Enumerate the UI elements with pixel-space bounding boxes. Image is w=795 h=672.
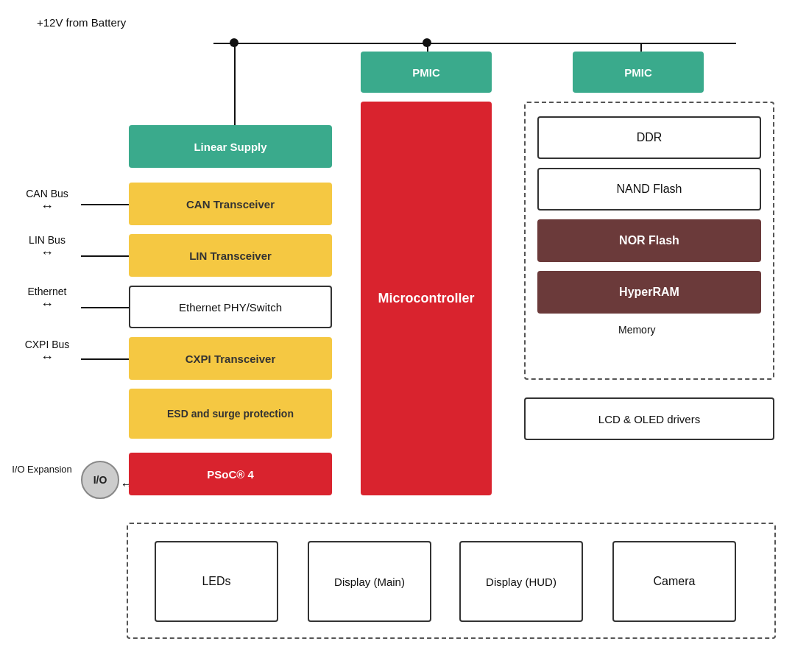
psoc-block: PSoC® 4 bbox=[129, 453, 332, 495]
ethernet-connector bbox=[81, 307, 129, 308]
voltage-label: +12V from Battery bbox=[37, 16, 126, 29]
cxpi-transceiver-block: CXPI Transceiver bbox=[129, 337, 332, 380]
dot-left bbox=[230, 38, 239, 47]
can-arrow: ↔ bbox=[40, 199, 54, 213]
display-main-block: Display (Main) bbox=[308, 541, 431, 622]
linear-supply-block: Linear Supply bbox=[129, 125, 332, 168]
io-text: I/O bbox=[93, 474, 107, 486]
diagram: +12V from Battery PMIC PMIC Linear Suppl… bbox=[0, 0, 795, 672]
nand-flash-block: NAND Flash bbox=[537, 168, 761, 211]
can-connector bbox=[81, 204, 129, 205]
camera-block: Camera bbox=[612, 541, 736, 622]
io-circle: I/O bbox=[81, 461, 119, 499]
lin-arrow: ↔ bbox=[40, 246, 54, 259]
hyperram-block: HyperRAM bbox=[537, 271, 761, 314]
dot-mid bbox=[423, 38, 431, 47]
can-transceiver-block: CAN Transceiver bbox=[129, 183, 332, 225]
lin-bus-label: LIN Bus ↔ bbox=[18, 234, 77, 259]
ethernet-label: Ethernet ↔ bbox=[18, 286, 77, 311]
microcontroller-block: Microcontroller bbox=[361, 102, 492, 495]
leds-block: LEDs bbox=[155, 541, 278, 622]
lin-connector bbox=[81, 255, 129, 257]
top-power-line bbox=[213, 43, 736, 44]
can-bus-label: CAN Bus ↔ bbox=[18, 188, 77, 213]
lcd-oled-block: LCD & OLED drivers bbox=[524, 397, 774, 440]
memory-label-text: Memory bbox=[618, 324, 656, 336]
pmic-right-block: PMIC bbox=[573, 52, 704, 93]
lin-transceiver-block: LIN Transceiver bbox=[129, 234, 332, 277]
io-expansion-label: I/O Expansion bbox=[9, 464, 75, 475]
pmic-left-block: PMIC bbox=[361, 52, 492, 93]
nor-flash-block: NOR Flash bbox=[537, 219, 761, 262]
ethernet-phy-block: Ethernet PHY/Switch bbox=[129, 286, 332, 328]
ddr-block: DDR bbox=[537, 116, 761, 159]
esd-block: ESD and surge protection bbox=[129, 389, 332, 439]
cxpi-bus-label: CXPI Bus ↔ bbox=[18, 339, 77, 364]
vline-left bbox=[234, 43, 236, 132]
ethernet-arrow: ↔ bbox=[40, 297, 54, 311]
cxpi-connector bbox=[81, 358, 129, 360]
cxpi-arrow: ↔ bbox=[40, 350, 54, 364]
display-hud-block: Display (HUD) bbox=[459, 541, 583, 622]
